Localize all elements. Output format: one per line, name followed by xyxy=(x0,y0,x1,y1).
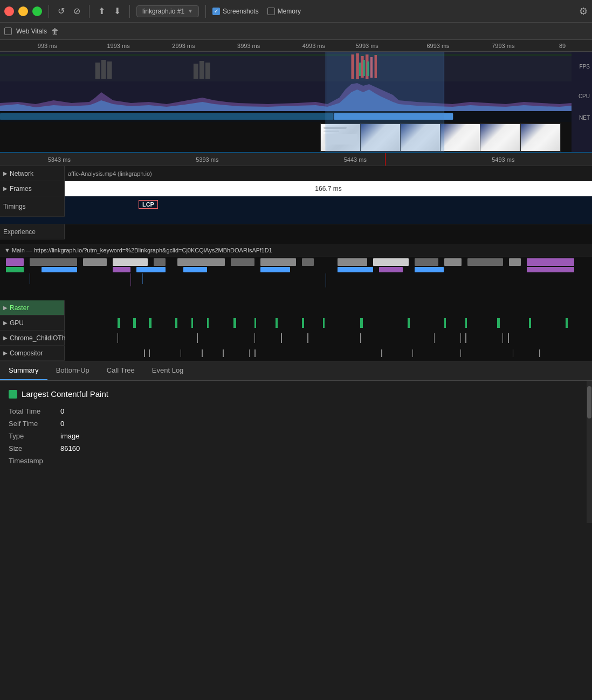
cpu-chart xyxy=(0,81,572,111)
frames-label: ▶ Frames xyxy=(0,181,65,196)
total-time-value: 0 xyxy=(60,407,64,415)
main-thread-content xyxy=(0,257,592,300)
memory-label: Memory xyxy=(278,8,301,15)
time-label-9: 89 xyxy=(559,43,566,49)
experience-content xyxy=(65,224,592,239)
net-chart xyxy=(0,111,572,122)
tab-summary[interactable]: Summary xyxy=(0,361,47,380)
type-label: Type xyxy=(9,432,52,440)
webvitals-bar: Web Vitals 🗑 xyxy=(0,23,592,40)
time-label-5: 4993 ms xyxy=(302,43,325,49)
download-icon[interactable]: ⬇ xyxy=(112,5,123,17)
childio-bar xyxy=(502,333,503,343)
task-bar xyxy=(302,258,314,266)
settings-icon[interactable]: ⚙ xyxy=(579,5,588,17)
tab-bottom-up[interactable]: Bottom-Up xyxy=(47,361,98,380)
childio-bar xyxy=(118,333,118,343)
compositor-bar xyxy=(181,349,181,357)
memory-checkbox[interactable] xyxy=(267,8,275,15)
raster-track: ▶ Raster xyxy=(0,300,592,315)
total-time-row: Total Time 0 xyxy=(9,407,583,415)
task-bar xyxy=(113,258,148,266)
event-title-text: Largest Contentful Paint xyxy=(22,389,108,399)
compositor-bar xyxy=(249,349,250,357)
close-button[interactable] xyxy=(4,6,14,16)
screenshots-toggle[interactable]: ✓ Screenshots xyxy=(212,8,259,15)
task-bar xyxy=(527,258,574,266)
childio-bar xyxy=(197,333,198,343)
maximize-button[interactable] xyxy=(32,6,42,16)
gpu-bar xyxy=(276,318,278,328)
experience-label: Experience xyxy=(0,224,65,239)
trash-icon[interactable]: 🗑 xyxy=(51,27,59,36)
task-bar xyxy=(83,258,107,266)
chevron-down-icon: ▼ xyxy=(188,8,193,14)
minimize-button[interactable] xyxy=(18,6,28,16)
task-bar xyxy=(260,258,296,266)
screenshots-checkbox[interactable]: ✓ xyxy=(212,8,220,15)
time-label-6: 5993 ms xyxy=(356,43,378,49)
zoom-label-3: 5443 ms xyxy=(344,156,367,163)
event-title: Largest Contentful Paint xyxy=(9,389,583,399)
gpu-track: ▶ GPU xyxy=(0,315,592,331)
screenshots-label: Screenshots xyxy=(223,8,259,15)
compositor-arrow: ▶ xyxy=(3,350,8,356)
svg-rect-2 xyxy=(101,60,106,79)
compositor-track: ▶ Compositor xyxy=(0,346,592,361)
zoom-label-2: 5393 ms xyxy=(196,156,218,163)
screenshots-strip xyxy=(0,122,572,153)
gpu-bar xyxy=(444,318,446,328)
webvitals-checkbox[interactable] xyxy=(4,28,12,35)
tick-line xyxy=(326,273,326,287)
timings-label: Timings xyxy=(0,196,65,216)
childio-track: ▶ Chrome_ChildIOThread xyxy=(0,331,592,346)
svg-rect-1 xyxy=(95,63,100,79)
gpu-bar xyxy=(207,318,209,328)
compositor-bar xyxy=(513,349,513,357)
childio-label: ▶ Chrome_ChildIOThread xyxy=(0,331,65,345)
time-label-2: 1993 ms xyxy=(107,43,129,49)
childio-bar xyxy=(307,333,308,343)
timestamp-label: Timestamp xyxy=(9,457,52,465)
tab-call-tree[interactable]: Call Tree xyxy=(98,361,143,380)
reload-icon[interactable]: ↺ xyxy=(56,5,67,17)
main-thread-arrow: ▼ xyxy=(4,247,12,253)
compositor-bar xyxy=(381,349,382,357)
memory-toggle[interactable]: Memory xyxy=(267,8,301,15)
tab-event-log[interactable]: Event Log xyxy=(143,361,192,380)
selection-range xyxy=(326,52,444,152)
webvitals-label: Web Vitals xyxy=(16,28,47,35)
bottom-panel: Summary Bottom-Up Call Tree Event Log La… xyxy=(0,361,592,523)
size-value: 86160 xyxy=(60,444,80,452)
svg-rect-0 xyxy=(0,54,572,56)
block-icon[interactable]: ⊘ xyxy=(71,5,82,17)
childio-arrow: ▶ xyxy=(3,335,8,341)
zoom-label-1: 5343 ms xyxy=(48,156,71,163)
size-row: Size 86160 xyxy=(9,444,583,452)
recording-tab[interactable]: linkgraph.io #1 ▼ xyxy=(136,5,199,17)
zoomed-timeline[interactable]: 5343 ms 5393 ms 5443 ms 5493 ms ▶ Networ… xyxy=(0,153,592,361)
toolbar-separator-4 xyxy=(205,5,206,18)
timeline-overview[interactable]: 993 ms 1993 ms 2993 ms 3993 ms 4993 ms 5… xyxy=(0,40,592,153)
childio-bar xyxy=(465,333,466,343)
fps-chart xyxy=(0,52,572,81)
type-row: Type image xyxy=(9,432,583,440)
scrollbar-thumb[interactable] xyxy=(587,386,591,418)
sub-task-bar xyxy=(113,267,130,272)
side-labels: FPS CPU NET xyxy=(572,52,592,125)
gpu-bar xyxy=(465,318,467,328)
task-bar xyxy=(467,258,503,266)
event-color-box xyxy=(9,390,17,399)
childio-bar xyxy=(460,333,461,343)
task-bar xyxy=(154,258,166,266)
scrollbar-track[interactable] xyxy=(587,381,592,523)
gpu-bar xyxy=(360,318,363,328)
frames-track: ▶ Frames 166.7 ms xyxy=(0,181,592,196)
toolbar: ↺ ⊘ ⬆ ⬇ linkgraph.io #1 ▼ ✓ Screenshots … xyxy=(0,0,592,23)
self-time-row: Self Time 0 xyxy=(9,420,583,428)
toolbar-separator xyxy=(49,5,49,18)
upload-icon[interactable]: ⬆ xyxy=(96,5,107,17)
gpu-bar xyxy=(408,318,410,328)
size-label: Size xyxy=(9,444,52,452)
task-bar xyxy=(231,258,254,266)
